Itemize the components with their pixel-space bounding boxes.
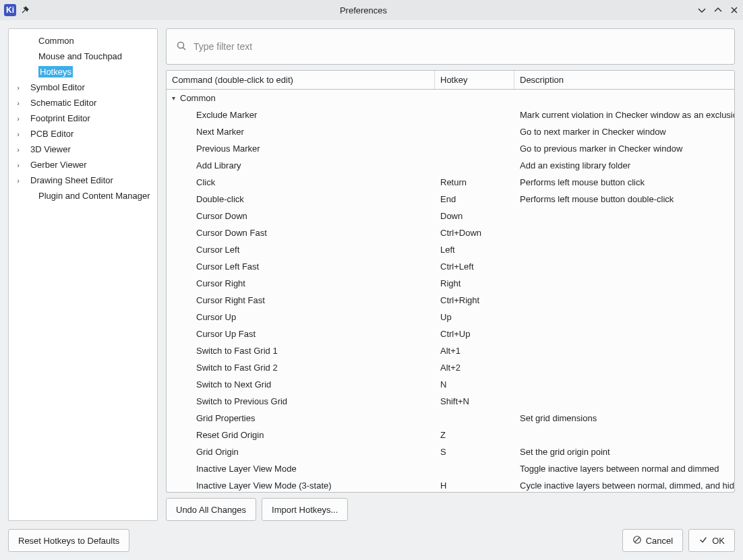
table-row[interactable]: ClickReturnPerforms left mouse button cl… [167, 174, 734, 191]
sidebar-item[interactable]: Mouse and Touchpad [9, 49, 157, 64]
table-row[interactable]: Grid PropertiesSet grid dimensions [167, 410, 734, 427]
cell-command: Grid Properties [167, 413, 435, 423]
sidebar-item[interactable]: ›3D Viewer [9, 142, 157, 157]
minimize-icon[interactable] [697, 5, 707, 15]
close-icon[interactable] [730, 5, 739, 15]
sidebar-item-label: 3D Viewer [30, 144, 71, 154]
table-row[interactable]: Add LibraryAdd an existing library folde… [167, 157, 734, 174]
col-command[interactable]: Command (double-click to edit) [167, 71, 435, 89]
sidebar-item[interactable]: ›PCB Editor [9, 126, 157, 142]
ok-button[interactable]: OK [688, 529, 735, 552]
sidebar-item-label: PCB Editor [30, 129, 73, 139]
cell-hotkey: Alt+1 [435, 346, 514, 356]
cancel-label: Cancel [646, 536, 673, 546]
svg-line-3 [634, 537, 639, 542]
cell-hotkey: Ctrl+Left [435, 261, 514, 272]
col-hotkey[interactable]: Hotkey [435, 71, 514, 89]
cell-command: Cursor Right Fast [167, 295, 435, 305]
hotkey-table: Command (double-click to edit) Hotkey De… [166, 70, 735, 493]
import-hotkeys-button[interactable]: Import Hotkeys... [262, 498, 348, 521]
sidebar-item-label: Common [38, 36, 74, 46]
cell-command: Cursor Left Fast [167, 261, 435, 272]
cell-hotkey: Z [435, 430, 514, 440]
cell-command: Switch to Next Grid [167, 379, 435, 390]
titlebar: Ki Preferences [0, 0, 743, 20]
cell-hotkey: End [435, 194, 514, 204]
table-row[interactable]: Cursor LeftLeft [167, 241, 734, 258]
table-row[interactable]: Switch to Previous GridShift+N [167, 393, 734, 410]
cell-description: Set grid dimensions [514, 413, 734, 423]
chevron-right-icon: › [14, 161, 22, 169]
table-row[interactable]: Cursor Up FastCtrl+Up [167, 325, 734, 342]
group-label: Common [180, 93, 216, 103]
sidebar-item[interactable]: ›Symbol Editor [9, 80, 157, 95]
chevron-right-icon: › [14, 146, 22, 154]
cell-hotkey: H [435, 480, 514, 491]
table-row[interactable]: Cursor Down FastCtrl+Down [167, 224, 734, 241]
table-row[interactable]: Cursor Right FastCtrl+Right [167, 292, 734, 309]
table-row[interactable]: Cursor DownDown [167, 208, 734, 224]
pin-icon[interactable] [20, 5, 30, 15]
cell-hotkey: Ctrl+Down [435, 228, 514, 238]
filter-box[interactable] [166, 28, 735, 65]
cell-command: Reset Grid Origin [167, 430, 435, 440]
cell-hotkey: Down [435, 211, 514, 221]
cell-hotkey: Up [435, 312, 514, 322]
cancel-button[interactable]: Cancel [622, 529, 683, 552]
table-row[interactable]: Switch to Fast Grid 2Alt+2 [167, 359, 734, 376]
cell-command: Cursor Right [167, 278, 435, 288]
cell-description: Go to next marker in Checker window [514, 127, 734, 137]
table-row[interactable]: Previous MarkerGo to previous marker in … [167, 140, 734, 157]
cell-hotkey: Shift+N [435, 396, 514, 406]
table-row[interactable]: Double-clickEndPerforms left mouse butto… [167, 191, 734, 208]
check-icon [699, 535, 708, 547]
svg-point-0 [178, 42, 184, 48]
sidebar-item-label: Footprint Editor [30, 113, 90, 123]
sidebar-item[interactable]: ›Drawing Sheet Editor [9, 173, 157, 188]
table-row[interactable]: Reset Grid OriginZ [167, 427, 734, 443]
table-row[interactable]: Inactive Layer View Mode (3-state)HCycle… [167, 477, 734, 492]
cell-command: Cursor Up [167, 312, 435, 322]
cell-command: Previous Marker [167, 144, 435, 154]
cell-command: Switch to Previous Grid [167, 396, 435, 406]
cell-command: Click [167, 177, 435, 187]
cell-hotkey: Ctrl+Up [435, 329, 514, 339]
undo-all-button[interactable]: Undo All Changes [166, 498, 256, 521]
cell-hotkey: Alt+2 [435, 363, 514, 373]
window-title: Preferences [34, 5, 693, 15]
sidebar: CommonMouse and TouchpadHotkeys›Symbol E… [8, 28, 158, 521]
maximize-icon[interactable] [713, 5, 723, 15]
cell-hotkey: Return [435, 177, 514, 187]
table-group-row[interactable]: ▾Common [167, 90, 734, 106]
table-row[interactable]: Next MarkerGo to next marker in Checker … [167, 123, 734, 140]
sidebar-item-label: Mouse and Touchpad [38, 51, 122, 61]
sidebar-item[interactable]: ›Schematic Editor [9, 95, 157, 111]
sidebar-item[interactable]: ›Gerber Viewer [9, 157, 157, 173]
sidebar-item-label: Plugin and Content Manager [38, 191, 150, 201]
cancel-icon [632, 535, 642, 547]
table-row[interactable]: Switch to Next GridN [167, 376, 734, 393]
sidebar-item[interactable]: Plugin and Content Manager [9, 188, 157, 204]
table-row[interactable]: Grid OriginSSet the grid origin point [167, 443, 734, 460]
cell-command: Grid Origin [167, 447, 435, 457]
table-row[interactable]: Cursor Left FastCtrl+Left [167, 258, 734, 275]
cell-description: Mark current violation in Checker window… [514, 110, 734, 120]
sidebar-item[interactable]: Hotkeys [9, 64, 157, 80]
chevron-right-icon: › [14, 84, 22, 92]
sidebar-item[interactable]: Common [9, 33, 157, 49]
table-row[interactable]: Cursor RightRight [167, 275, 734, 292]
sidebar-item-label: Schematic Editor [30, 98, 96, 108]
cell-hotkey: Ctrl+Right [435, 295, 514, 305]
table-row[interactable]: Inactive Layer View ModeToggle inactive … [167, 460, 734, 477]
table-row[interactable]: Exclude MarkerMark current violation in … [167, 106, 734, 123]
filter-input[interactable] [194, 41, 725, 52]
sidebar-item[interactable]: ›Footprint Editor [9, 111, 157, 126]
reset-defaults-button[interactable]: Reset Hotkeys to Defaults [8, 529, 129, 552]
cell-command: Switch to Fast Grid 2 [167, 363, 435, 373]
col-description[interactable]: Description [514, 71, 734, 89]
cell-hotkey: Right [435, 278, 514, 288]
cell-hotkey: Left [435, 245, 514, 255]
cell-command: Cursor Down Fast [167, 228, 435, 238]
table-row[interactable]: Switch to Fast Grid 1Alt+1 [167, 342, 734, 359]
table-row[interactable]: Cursor UpUp [167, 309, 734, 325]
